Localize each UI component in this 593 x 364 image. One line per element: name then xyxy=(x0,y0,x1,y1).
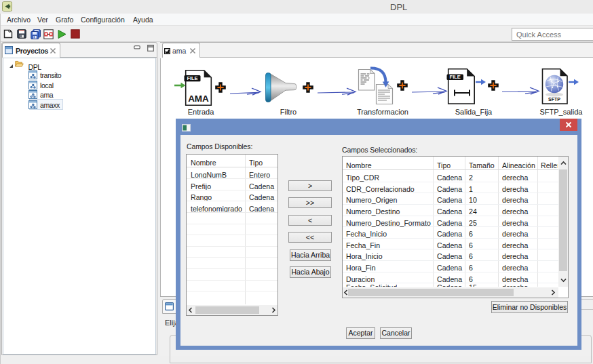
svg-text:SFTP_salida: SFTP_salida xyxy=(540,108,584,116)
svg-text:Transformacion: Transformacion xyxy=(357,108,408,116)
svg-text:AMA: AMA xyxy=(188,94,209,104)
svg-text:Filtro: Filtro xyxy=(280,108,296,116)
svg-text:FILE: FILE xyxy=(450,74,461,80)
svg-text:Salida_Fija: Salida_Fija xyxy=(455,108,493,116)
svg-text:FILE: FILE xyxy=(187,75,197,81)
svg-text:SFTP: SFTP xyxy=(548,97,560,102)
svg-text:Entrada: Entrada xyxy=(188,108,214,116)
